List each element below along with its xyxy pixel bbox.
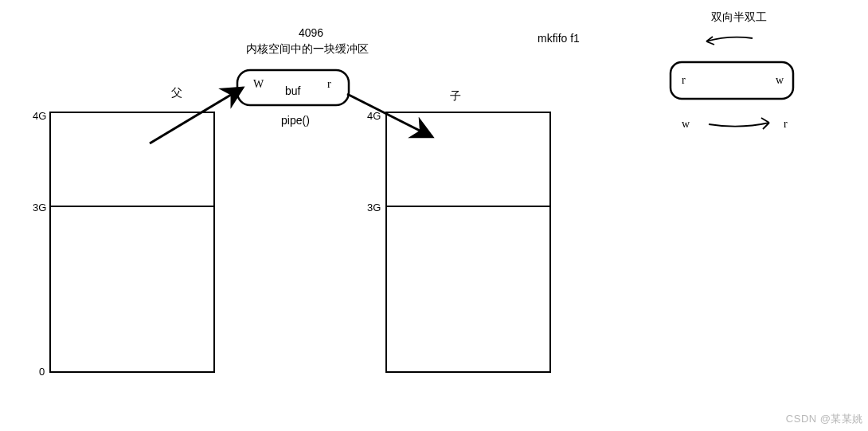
mkfifo-label: mkfifo f1 [538,32,580,45]
watermark: CSDN @某某姚 [786,412,863,426]
buffer-size-label: 4096 [299,26,323,39]
arrow-parent-to-buf [143,76,263,151]
duplex-arrow-right [704,115,779,135]
left-mark-0: 0 [39,366,45,378]
left-mark-3g: 3G [33,202,46,214]
right-mark-3g: 3G [367,202,381,214]
duplex-w2-label: w [682,118,690,131]
duplex-r-label: r [682,74,686,87]
duplex-r2-label: r [784,118,788,131]
buffer-desc-label: 内核空间中的一块缓冲区 [246,42,369,57]
duplex-arrow-left [697,30,760,54]
pipe-func-label: pipe() [281,114,310,127]
svg-rect-7 [671,62,793,99]
svg-line-5 [150,88,243,143]
svg-line-6 [347,94,432,137]
buffer-read-symbol: r [327,78,331,91]
buffer-label: buf [285,84,300,97]
duplex-w-label: w [776,74,784,87]
arrow-buf-to-child [341,88,452,151]
left-mark-4g: 4G [33,110,46,122]
duplex-title: 双向半双工 [711,10,767,25]
